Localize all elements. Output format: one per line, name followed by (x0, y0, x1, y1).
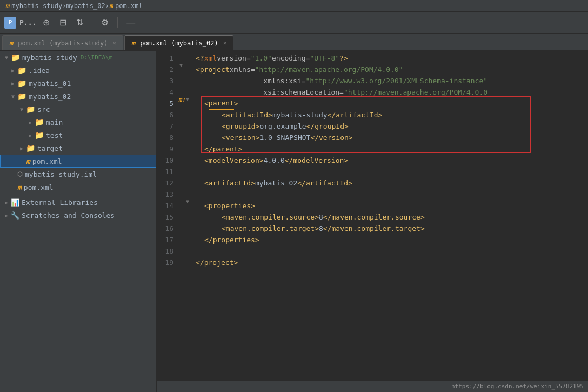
ln-19: 19 (161, 257, 173, 269)
code-line-2: <project xmlns="http://maven.apache.org/… (196, 64, 584, 76)
folder-icon-target: 📁 (26, 144, 35, 152)
folder-icon-idea: 📁 (17, 66, 26, 75)
sidebar-item-mybatis01[interactable]: ▶ 📁 mybatis_01 (0, 77, 156, 90)
toolbar: P P... ⊕ ⊟ ⇅ ⚙ — (0, 12, 588, 34)
ln-4: 4 (161, 87, 173, 98)
code-line-7: <groupId> org.example </groupId> (196, 121, 584, 132)
ln-8: 8 (161, 132, 173, 144)
code-line-6: <artifactId> mybatis-study </artifactId> (196, 110, 584, 121)
ln-7: 7 (161, 121, 173, 132)
sidebar-item-mybatis-study[interactable]: ▼ 📁 mybatis-study D:\IDEA\m (0, 51, 156, 64)
label-src: src (37, 105, 50, 114)
ln-9: 9 (161, 144, 173, 155)
fold-marker-14[interactable]: ▼ (186, 198, 189, 204)
ext-libs-icon: 📊 (11, 198, 19, 207)
code-line-15: <maven.compiler.source> 8 </maven.compil… (196, 212, 584, 223)
label-pom-mybatis02: pom.xml (32, 157, 62, 165)
label-scratches: Scratches and Consoles (22, 211, 115, 220)
toolbar-btn-3[interactable]: ⇅ (73, 15, 86, 30)
tab1-close[interactable]: ✕ (112, 39, 116, 46)
ln-11: 11 (161, 167, 173, 178)
sidebar-item-src[interactable]: ▼ 📁 src (0, 103, 156, 116)
toolbar-btn-2[interactable]: ⊟ (56, 15, 70, 30)
label-idea: .idea (29, 67, 50, 75)
label-mybatis01: mybatis_01 (29, 79, 71, 88)
toolbar-btn-1[interactable]: ⊕ (39, 15, 53, 30)
code-line-10: <modelVersion> 4.0.0 </modelVersion> (196, 155, 584, 167)
ln-15: 15 (161, 212, 173, 223)
sidebar-item-pom-root[interactable]: m pom.xml (0, 181, 156, 194)
arrow-src: ▼ (17, 107, 26, 112)
label-target: target (37, 144, 63, 152)
folder-icon-mybatis-study: 📁 (11, 53, 20, 62)
breadcrumb-module[interactable]: mybatis_02 (66, 2, 105, 10)
project-label[interactable]: P... (19, 18, 36, 26)
file-m-icon-mybatis02: m (26, 157, 30, 165)
status-url: https://blog.csdn.net/weixin_55782195 (451, 383, 584, 390)
folder-icon-main: 📁 (35, 118, 44, 127)
editor: 1 2 3 4 5 6 7 8 9 10 11 12 13 14 15 16 1… (157, 51, 588, 392)
ln-5: 5 (161, 98, 173, 110)
toolbar-separator-2 (117, 17, 118, 28)
scratches-icon: 🔧 (11, 211, 19, 220)
sidebar-item-main[interactable]: ▶ 📁 main (0, 116, 156, 129)
code-line-16: <maven.compiler.target> 8 </maven.compil… (196, 223, 584, 235)
folder-icon-test: 📁 (35, 131, 44, 139)
ln-2: 2 (161, 64, 173, 76)
label-mybatis-study: mybatis-study (22, 54, 77, 62)
sidebar: ▼ 📁 mybatis-study D:\IDEA\m ▶ 📁 .idea ▶ … (0, 51, 157, 392)
ln-1: 1 (161, 53, 173, 64)
toolbar-minimize-btn[interactable]: — (123, 16, 138, 30)
code-line-8: <version> 1.0-SNAPSHOT </version> (196, 132, 584, 144)
folder-icon-src: 📁 (26, 105, 35, 114)
tab1-label: pom.xml (mybatis-study) (18, 39, 108, 47)
label-main: main (46, 118, 63, 127)
code-line-11 (196, 167, 584, 178)
code-line-13 (196, 189, 584, 201)
code-line-3: xxxxxxxxxxxxxxxx xmlns:xsi="http://www.w… (196, 76, 584, 87)
sidebar-item-iml[interactable]: ⬡ mybatis-study.iml (0, 168, 156, 181)
tab2-close[interactable]: ✕ (223, 39, 227, 46)
breadcrumb-m-icon: m (5, 2, 9, 10)
sidebar-item-ext-libs[interactable]: ▶ 📊 External Libraries (0, 196, 156, 209)
label-pom-root: pom.xml (24, 183, 54, 191)
ln-3: 3 (161, 76, 173, 87)
breadcrumb-file[interactable]: pom.xml (115, 2, 143, 10)
code-content[interactable]: <?xml version="1.0" encoding="UTF-8" ?> … (191, 51, 588, 380)
breadcrumb-file-m-icon: m (109, 2, 113, 10)
breadcrumb-bar: m mybatis-study › mybatis_02 › m pom.xml (0, 0, 588, 12)
sidebar-item-idea[interactable]: ▶ 📁 .idea (0, 64, 156, 77)
arrow-mybatis02: ▼ (9, 94, 17, 99)
sidebar-item-test[interactable]: ▶ 📁 test (0, 129, 156, 142)
fold-marker-5[interactable]: ▼ (186, 96, 189, 102)
arrow-scratches: ▶ (2, 212, 11, 218)
label-ext-libs: External Libraries (22, 198, 98, 207)
arrow-main: ▶ (26, 119, 35, 125)
fold-marker-2[interactable]: ▼ (179, 62, 183, 68)
code-line-4: xxxxxxxxxxxxxxxx xsi:schemaLocation="htt… (196, 87, 584, 98)
ln-10: 10 (161, 155, 173, 167)
toolbar-settings-btn[interactable]: ⚙ (98, 15, 112, 30)
ln-17: 17 (161, 235, 173, 246)
sidebar-item-pom-mybatis02[interactable]: m pom.xml (0, 155, 156, 168)
arrow-mybatis01: ▶ (9, 81, 17, 87)
arrow-idea: ▶ (9, 68, 17, 74)
sidebar-item-scratches[interactable]: ▶ 🔧 Scratches and Consoles (0, 209, 156, 222)
modified-marker-5: m↑ (178, 96, 185, 103)
sidebar-item-target[interactable]: ▶ 📁 target (0, 142, 156, 155)
main-content: ▼ 📁 mybatis-study D:\IDEA\m ▶ 📁 .idea ▶ … (0, 51, 588, 392)
code-line-17: </properties> (196, 235, 584, 246)
tab-pom-mybatis02[interactable]: m pom.xml (mybatis_02) ✕ (124, 35, 233, 50)
editor-content: 1 2 3 4 5 6 7 8 9 10 11 12 13 14 15 16 1… (157, 51, 588, 380)
code-gutter: ▼ m↑ ▼ ▼ (178, 51, 191, 380)
file-iml-icon: ⬡ (17, 171, 23, 178)
ln-16: 16 (161, 223, 173, 235)
status-bar: https://blog.csdn.net/weixin_55782195 (157, 380, 588, 392)
arrow-ext-libs: ▶ (2, 200, 11, 205)
arrow-mybatis-study: ▼ (2, 55, 11, 61)
project-icon: P (4, 17, 16, 29)
tab-pom-study[interactable]: m pom.xml (mybatis-study) ✕ (2, 35, 123, 50)
code-line-5: <parent> (196, 98, 584, 110)
sidebar-item-mybatis02[interactable]: ▼ 📁 mybatis_02 (0, 90, 156, 103)
breadcrumb-root[interactable]: mybatis-study (11, 2, 62, 10)
